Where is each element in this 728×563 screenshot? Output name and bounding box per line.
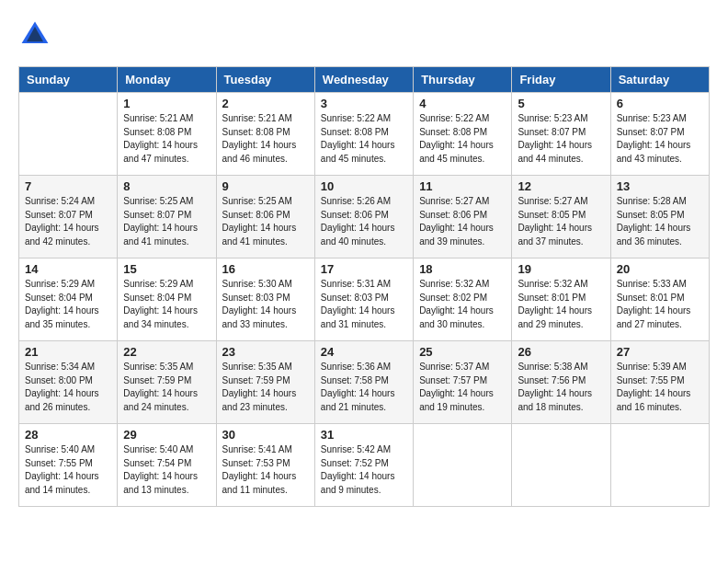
- calendar-cell: [19, 93, 118, 176]
- cell-info: Sunrise: 5:29 AM Sunset: 8:04 PM Dayligh…: [123, 278, 210, 331]
- cell-info: Sunrise: 5:30 AM Sunset: 8:03 PM Dayligh…: [222, 278, 309, 331]
- cell-info: Sunrise: 5:32 AM Sunset: 8:01 PM Dayligh…: [518, 278, 604, 331]
- calendar-week-row: 21Sunrise: 5:34 AM Sunset: 8:00 PM Dayli…: [19, 341, 710, 424]
- cell-info: Sunrise: 5:26 AM Sunset: 8:06 PM Dayligh…: [321, 195, 407, 248]
- calendar-cell: 12Sunrise: 5:27 AM Sunset: 8:05 PM Dayli…: [512, 176, 610, 259]
- day-number: 29: [123, 428, 210, 442]
- day-number: 13: [617, 179, 703, 193]
- day-number: 31: [321, 428, 407, 442]
- calendar-cell: 5Sunrise: 5:23 AM Sunset: 8:07 PM Daylig…: [512, 93, 610, 176]
- calendar-cell: 22Sunrise: 5:35 AM Sunset: 7:59 PM Dayli…: [118, 341, 216, 424]
- day-number: 22: [123, 345, 210, 359]
- calendar-cell: 6Sunrise: 5:23 AM Sunset: 8:07 PM Daylig…: [610, 93, 709, 176]
- weekday-header: Friday: [512, 67, 610, 93]
- calendar-cell: [414, 424, 512, 507]
- cell-info: Sunrise: 5:29 AM Sunset: 8:04 PM Dayligh…: [25, 278, 111, 331]
- calendar-cell: 9Sunrise: 5:25 AM Sunset: 8:06 PM Daylig…: [216, 176, 314, 259]
- cell-info: Sunrise: 5:36 AM Sunset: 7:58 PM Dayligh…: [321, 361, 407, 414]
- day-number: 8: [123, 179, 210, 193]
- day-number: 19: [518, 262, 604, 276]
- weekday-header: Thursday: [414, 67, 512, 93]
- cell-info: Sunrise: 5:23 AM Sunset: 8:07 PM Dayligh…: [518, 112, 604, 166]
- day-number: 10: [321, 179, 407, 193]
- day-number: 24: [321, 345, 407, 359]
- day-number: 20: [617, 262, 703, 276]
- day-number: 17: [321, 262, 407, 276]
- cell-info: Sunrise: 5:21 AM Sunset: 8:08 PM Dayligh…: [123, 112, 210, 166]
- cell-info: Sunrise: 5:37 AM Sunset: 7:57 PM Dayligh…: [419, 361, 506, 414]
- day-number: 25: [419, 345, 506, 359]
- calendar-cell: 10Sunrise: 5:26 AM Sunset: 8:06 PM Dayli…: [314, 176, 413, 259]
- day-number: 6: [617, 97, 703, 110]
- day-number: 5: [518, 97, 604, 110]
- calendar-cell: 26Sunrise: 5:38 AM Sunset: 7:56 PM Dayli…: [512, 341, 610, 424]
- calendar-cell: 4Sunrise: 5:22 AM Sunset: 8:08 PM Daylig…: [414, 93, 512, 176]
- calendar-cell: 13Sunrise: 5:28 AM Sunset: 8:05 PM Dayli…: [610, 176, 709, 259]
- calendar-cell: 7Sunrise: 5:24 AM Sunset: 8:07 PM Daylig…: [19, 176, 118, 259]
- weekday-header: Tuesday: [216, 67, 314, 93]
- day-number: 28: [25, 428, 111, 442]
- calendar-week-row: 28Sunrise: 5:40 AM Sunset: 7:55 PM Dayli…: [19, 424, 710, 507]
- cell-info: Sunrise: 5:41 AM Sunset: 7:53 PM Dayligh…: [222, 443, 309, 497]
- calendar-cell: 3Sunrise: 5:22 AM Sunset: 8:08 PM Daylig…: [314, 93, 413, 176]
- cell-info: Sunrise: 5:25 AM Sunset: 8:06 PM Dayligh…: [222, 195, 309, 248]
- cell-info: Sunrise: 5:27 AM Sunset: 8:05 PM Dayligh…: [518, 195, 604, 248]
- cell-info: Sunrise: 5:23 AM Sunset: 8:07 PM Dayligh…: [617, 112, 703, 166]
- cell-info: Sunrise: 5:40 AM Sunset: 7:54 PM Dayligh…: [123, 443, 210, 497]
- logo: [18, 18, 55, 52]
- calendar-cell: 28Sunrise: 5:40 AM Sunset: 7:55 PM Dayli…: [19, 424, 118, 507]
- calendar-cell: 31Sunrise: 5:42 AM Sunset: 7:52 PM Dayli…: [314, 424, 413, 507]
- day-number: 27: [617, 345, 703, 359]
- calendar-cell: 8Sunrise: 5:25 AM Sunset: 8:07 PM Daylig…: [118, 176, 216, 259]
- day-number: 21: [25, 345, 111, 359]
- calendar-week-row: 14Sunrise: 5:29 AM Sunset: 8:04 PM Dayli…: [19, 259, 710, 341]
- calendar-cell: 17Sunrise: 5:31 AM Sunset: 8:03 PM Dayli…: [314, 259, 413, 341]
- calendar-week-row: 7Sunrise: 5:24 AM Sunset: 8:07 PM Daylig…: [19, 176, 710, 259]
- day-number: 4: [419, 97, 506, 110]
- day-number: 11: [419, 179, 506, 193]
- cell-info: Sunrise: 5:42 AM Sunset: 7:52 PM Dayligh…: [321, 443, 407, 497]
- cell-info: Sunrise: 5:22 AM Sunset: 8:08 PM Dayligh…: [321, 112, 407, 166]
- cell-info: Sunrise: 5:28 AM Sunset: 8:05 PM Dayligh…: [617, 195, 703, 248]
- day-number: 1: [123, 97, 210, 110]
- calendar-cell: 18Sunrise: 5:32 AM Sunset: 8:02 PM Dayli…: [414, 259, 512, 341]
- weekday-header-row: SundayMondayTuesdayWednesdayThursdayFrid…: [19, 67, 710, 93]
- day-number: 2: [222, 97, 309, 110]
- day-number: 7: [25, 179, 111, 193]
- cell-info: Sunrise: 5:24 AM Sunset: 8:07 PM Dayligh…: [25, 195, 111, 248]
- cell-info: Sunrise: 5:39 AM Sunset: 7:55 PM Dayligh…: [617, 361, 703, 414]
- calendar-cell: 2Sunrise: 5:21 AM Sunset: 8:08 PM Daylig…: [216, 93, 314, 176]
- calendar-cell: 14Sunrise: 5:29 AM Sunset: 8:04 PM Dayli…: [19, 259, 118, 341]
- calendar-cell: 25Sunrise: 5:37 AM Sunset: 7:57 PM Dayli…: [414, 341, 512, 424]
- cell-info: Sunrise: 5:31 AM Sunset: 8:03 PM Dayligh…: [321, 278, 407, 331]
- calendar-cell: 27Sunrise: 5:39 AM Sunset: 7:55 PM Dayli…: [610, 341, 709, 424]
- cell-info: Sunrise: 5:34 AM Sunset: 8:00 PM Dayligh…: [25, 361, 111, 414]
- calendar-week-row: 1Sunrise: 5:21 AM Sunset: 8:08 PM Daylig…: [19, 93, 710, 176]
- cell-info: Sunrise: 5:40 AM Sunset: 7:55 PM Dayligh…: [25, 443, 111, 497]
- calendar-cell: 11Sunrise: 5:27 AM Sunset: 8:06 PM Dayli…: [414, 176, 512, 259]
- calendar-cell: 1Sunrise: 5:21 AM Sunset: 8:08 PM Daylig…: [118, 93, 216, 176]
- cell-info: Sunrise: 5:33 AM Sunset: 8:01 PM Dayligh…: [617, 278, 703, 331]
- day-number: 14: [25, 262, 111, 276]
- cell-info: Sunrise: 5:38 AM Sunset: 7:56 PM Dayligh…: [518, 361, 604, 414]
- day-number: 23: [222, 345, 309, 359]
- weekday-header: Saturday: [610, 67, 709, 93]
- cell-info: Sunrise: 5:35 AM Sunset: 7:59 PM Dayligh…: [222, 361, 309, 414]
- cell-info: Sunrise: 5:22 AM Sunset: 8:08 PM Dayligh…: [419, 112, 506, 166]
- day-number: 30: [222, 428, 309, 442]
- day-number: 3: [321, 97, 407, 110]
- calendar-cell: [512, 424, 610, 507]
- day-number: 12: [518, 179, 604, 193]
- cell-info: Sunrise: 5:32 AM Sunset: 8:02 PM Dayligh…: [419, 278, 506, 331]
- calendar-cell: 15Sunrise: 5:29 AM Sunset: 8:04 PM Dayli…: [118, 259, 216, 341]
- cell-info: Sunrise: 5:21 AM Sunset: 8:08 PM Dayligh…: [222, 112, 309, 166]
- calendar-cell: 23Sunrise: 5:35 AM Sunset: 7:59 PM Dayli…: [216, 341, 314, 424]
- calendar-cell: [610, 424, 709, 507]
- weekday-header: Monday: [118, 67, 216, 93]
- weekday-header: Wednesday: [314, 67, 413, 93]
- logo-icon: [18, 18, 51, 52]
- cell-info: Sunrise: 5:35 AM Sunset: 7:59 PM Dayligh…: [123, 361, 210, 414]
- calendar-table: SundayMondayTuesdayWednesdayThursdayFrid…: [18, 66, 710, 507]
- calendar-cell: 21Sunrise: 5:34 AM Sunset: 8:00 PM Dayli…: [19, 341, 118, 424]
- day-number: 18: [419, 262, 506, 276]
